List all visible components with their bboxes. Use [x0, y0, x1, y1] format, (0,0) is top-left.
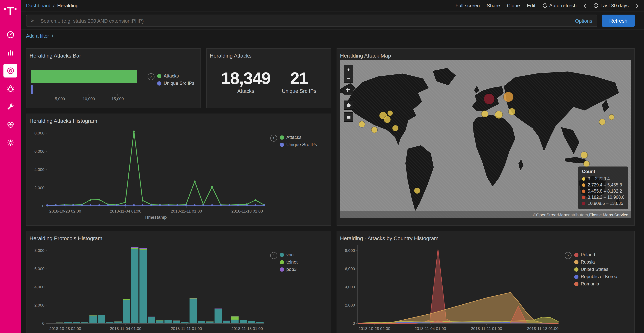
- breadcrumb-dashboard-link[interactable]: Dashboard: [26, 3, 50, 9]
- full-screen-button[interactable]: Full screen: [456, 3, 480, 9]
- refresh-button[interactable]: Refresh: [602, 15, 635, 27]
- map-circle[interactable]: [414, 188, 420, 194]
- legend-item-romania[interactable]: Romania: [574, 281, 617, 286]
- map-legend-dot: [582, 183, 585, 187]
- legend-dot: [280, 135, 284, 139]
- legend-item-russia[interactable]: Russia: [574, 259, 617, 265]
- map-legend-item: 3 – 2,729.4: [582, 176, 624, 182]
- openstreetmap-link[interactable]: OpenStreetMap: [536, 213, 566, 217]
- map-legend-item: 8,182.2 – 10,908.6: [582, 194, 624, 200]
- legend-collapse-icon[interactable]: ›: [148, 73, 154, 80]
- legend-item-republic-of-korea[interactable]: Republic of Korea: [574, 274, 617, 279]
- map-circle[interactable]: [359, 121, 365, 127]
- map-legend-title: Count: [582, 169, 624, 174]
- add-filter-label: Add a filter: [26, 33, 49, 39]
- time-back-button[interactable]: [584, 3, 587, 8]
- legend-item-attacks[interactable]: Attacks: [157, 73, 194, 79]
- refresh-cw-icon: [542, 3, 547, 8]
- map-circle[interactable]: [387, 111, 393, 116]
- bug-icon: [6, 84, 15, 93]
- metric-label: Unique Src IPs: [282, 88, 316, 94]
- map-circle[interactable]: [371, 127, 378, 133]
- fit-bounds-button[interactable]: [344, 86, 353, 95]
- search-input[interactable]: >_ Search... (e.g. status:200 AND extens…: [26, 15, 597, 27]
- country-histogram-chart[interactable]: 02,0004,0006,0008,0002018-10-28 02:00201…: [340, 242, 562, 333]
- sidebar: T: [0, 0, 21, 333]
- legend-item-united-states[interactable]: United States: [574, 267, 617, 272]
- auto-refresh-button[interactable]: Auto-refresh: [542, 3, 576, 9]
- legend-item-poland[interactable]: Poland: [574, 252, 617, 257]
- t-logo-square: [14, 8, 16, 10]
- clone-button[interactable]: Clone: [507, 3, 520, 9]
- legend-item-attacks[interactable]: Attacks: [280, 135, 317, 140]
- map-circle[interactable]: [584, 161, 590, 167]
- header-divider: [21, 29, 644, 30]
- map-circle[interactable]: [495, 111, 502, 119]
- legend-item-unique-src-ips[interactable]: Unique Src IPs: [280, 142, 317, 147]
- clock-icon: [594, 3, 598, 8]
- attack-map[interactable]: + −: [340, 60, 631, 218]
- attacks-bar-chart[interactable]: 5,00010,00015,000: [30, 60, 144, 102]
- map-circle[interactable]: [609, 115, 614, 120]
- share-button[interactable]: Share: [487, 3, 500, 9]
- map-legend-label: 5,455.8 – 8,182.2: [588, 188, 622, 194]
- sidebar-item-heartbeat[interactable]: [4, 118, 17, 132]
- map-circle[interactable]: [581, 152, 588, 158]
- legend-collapse-icon[interactable]: ›: [270, 135, 277, 142]
- sidebar-item-target[interactable]: [4, 64, 17, 78]
- legend-collapse-icon[interactable]: ›: [270, 252, 277, 259]
- map-circle[interactable]: [481, 111, 488, 117]
- sidebar-item-bug[interactable]: [4, 82, 17, 96]
- panel-attacks-metric: Heralding Attacks 18,349 Attacks 21 Uniq…: [206, 48, 331, 108]
- map-circle[interactable]: [392, 125, 398, 131]
- svg-text:2018-11-11 01:00: 2018-11-11 01:00: [471, 326, 502, 331]
- add-filter-link[interactable]: Add a filter +: [26, 33, 54, 39]
- map-circle[interactable]: [599, 119, 605, 125]
- legend-dot: [280, 253, 284, 257]
- legend-dot: [574, 267, 578, 271]
- search-placeholder: Search... (e.g. status:200 AND extension…: [40, 18, 144, 24]
- sidebar-item-gauge[interactable]: [4, 28, 17, 42]
- map-legend-dot: [582, 202, 585, 205]
- legend: › AttacksUnique Src IPs: [144, 60, 194, 102]
- legend-label: United States: [581, 267, 608, 272]
- map-legend-label: 2,729.4 – 5,455.8: [588, 182, 622, 188]
- svg-text:2018-11-04 01:00: 2018-11-04 01:00: [110, 209, 141, 213]
- metric-label: Attacks: [221, 88, 270, 94]
- auto-refresh-label: Auto-refresh: [549, 3, 576, 9]
- legend-collapse-icon[interactable]: ›: [565, 252, 572, 259]
- zoom-out-button[interactable]: −: [344, 74, 353, 83]
- sidebar-item-wrench[interactable]: [4, 100, 17, 114]
- legend-item-vnc[interactable]: vnc: [280, 252, 298, 257]
- map-attribution: © OpenStreetMap contributors, Elastic Ma…: [340, 211, 631, 218]
- time-range-button[interactable]: Last 30 days: [594, 3, 629, 9]
- map-circle[interactable]: [508, 108, 516, 115]
- attacks-histogram-chart[interactable]: 02,0004,0006,0008,0002018-10-28 02:00201…: [30, 125, 268, 224]
- panel-attacks-bar: Heralding Attacks Bar 5,00010,00015,000 …: [26, 48, 201, 108]
- sidebar-item-bar-chart[interactable]: [4, 46, 17, 60]
- time-forward-button[interactable]: [636, 3, 639, 8]
- map-legend-label: 3 – 2,729.4: [588, 176, 610, 182]
- edit-button[interactable]: Edit: [527, 3, 536, 9]
- map-circle[interactable]: [484, 94, 494, 104]
- elastic-maps-link[interactable]: Elastic Maps Service: [589, 213, 628, 217]
- svg-text:2018-11-18 01:00: 2018-11-18 01:00: [527, 326, 558, 331]
- rectangle-select-button[interactable]: [344, 112, 353, 122]
- legend-item-telnet[interactable]: telnet: [280, 259, 298, 265]
- protocols-histogram-chart[interactable]: 02,0004,0006,0008,0002018-10-28 02:00201…: [30, 242, 268, 333]
- map-circle[interactable]: [384, 116, 390, 123]
- svg-text:6,000: 6,000: [34, 149, 44, 153]
- polygon-select-button[interactable]: [344, 101, 353, 110]
- legend-item-unique-src-ips[interactable]: Unique Src IPs: [157, 81, 194, 86]
- legend-item-pop3[interactable]: pop3: [280, 267, 298, 272]
- svg-text:5,000: 5,000: [55, 97, 65, 101]
- options-link[interactable]: Options: [575, 18, 592, 24]
- legend-dot: [280, 260, 284, 264]
- legend-label: Romania: [581, 281, 599, 286]
- t-logo[interactable]: T: [0, 0, 21, 22]
- sidebar-item-gear[interactable]: [4, 136, 17, 150]
- map-circle[interactable]: [504, 92, 514, 102]
- metric-value: 18,349: [221, 70, 270, 87]
- zoom-in-button[interactable]: +: [344, 65, 353, 74]
- svg-text:10,000: 10,000: [82, 97, 95, 101]
